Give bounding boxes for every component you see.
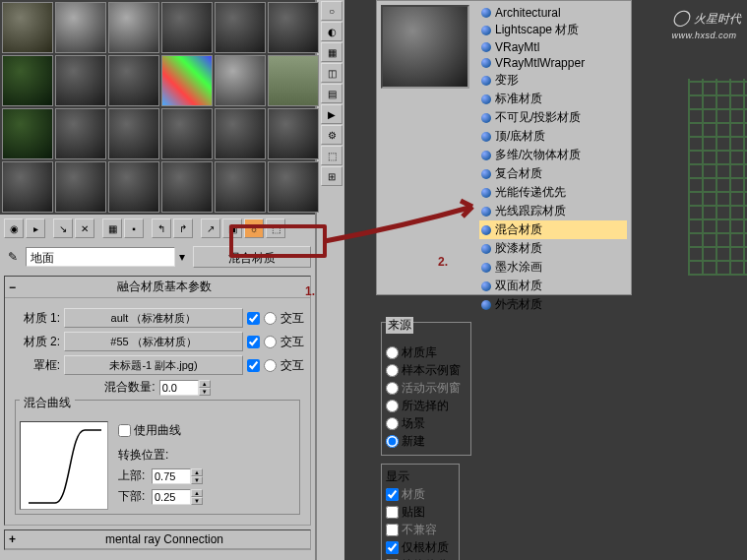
- sample-slot[interactable]: [268, 2, 319, 53]
- sample-slot[interactable]: [2, 161, 53, 213]
- sample-slot[interactable]: [161, 2, 213, 53]
- mask-enable-checkbox[interactable]: [247, 359, 260, 372]
- source-radio[interactable]: [386, 382, 399, 395]
- source-radio[interactable]: [386, 417, 399, 430]
- sample-slot[interactable]: [2, 2, 53, 53]
- material-list-item[interactable]: 变形: [479, 71, 627, 90]
- lower-input[interactable]: [152, 489, 191, 505]
- mix-amount-input[interactable]: [159, 380, 199, 396]
- spinner-up-icon[interactable]: ▲: [199, 380, 211, 388]
- material-browser-panel: ArchitecturalLightscape 材质VRayMtlVRayMtl…: [376, 0, 632, 295]
- sample-slot[interactable]: [215, 55, 266, 106]
- upper-input[interactable]: [152, 468, 191, 484]
- get-material-icon[interactable]: ◉: [4, 218, 24, 238]
- put-to-scene-icon[interactable]: ▸: [26, 218, 45, 238]
- eyedropper-icon[interactable]: ✎: [4, 250, 22, 264]
- mat2-enable-checkbox[interactable]: [247, 336, 260, 348]
- rollout-header[interactable]: − 融合材质基本参数: [5, 277, 310, 298]
- assign-to-selection-icon[interactable]: ↘: [53, 218, 73, 238]
- material-list-item[interactable]: 混合材质: [479, 220, 627, 239]
- options-icon[interactable]: ⚙: [321, 125, 342, 145]
- display-checkbox[interactable]: [386, 524, 399, 536]
- sample-slot[interactable]: [108, 161, 159, 213]
- source-radio[interactable]: [386, 364, 399, 377]
- source-group: 来源 材质库样本示例窗活动示例窗所选择的场景新建: [381, 322, 471, 456]
- spinner-up-icon[interactable]: ▲: [191, 468, 203, 476]
- sample-slot[interactable]: [108, 108, 159, 159]
- sample-slot[interactable]: [108, 2, 159, 53]
- spinner-up-icon[interactable]: ▲: [191, 489, 203, 497]
- mat1-interactive-radio[interactable]: [264, 312, 277, 325]
- sample-slot[interactable]: [55, 55, 106, 106]
- background-icon[interactable]: ▦: [321, 42, 342, 62]
- mask-slot-button[interactable]: 未标题-1 副本.jpg): [64, 355, 243, 375]
- sample-slot[interactable]: [268, 161, 319, 213]
- sample-slot[interactable]: [108, 55, 159, 106]
- material-list-item[interactable]: 双面材质: [479, 277, 627, 295]
- sample-slot[interactable]: [161, 108, 213, 159]
- material-list-item[interactable]: 外壳材质: [479, 295, 627, 314]
- material-name-input[interactable]: 地面: [26, 247, 175, 267]
- material-list-item[interactable]: Architectural: [479, 5, 627, 21]
- material-list-item[interactable]: 不可见/投影材质: [479, 108, 627, 127]
- mat1-slot-button[interactable]: ault （标准材质）: [64, 308, 243, 328]
- sample-slot[interactable]: [2, 55, 53, 106]
- sample-uv-icon[interactable]: ◫: [321, 63, 342, 83]
- source-radio[interactable]: [386, 400, 399, 412]
- display-checkbox[interactable]: [386, 541, 399, 554]
- sample-slot[interactable]: [215, 108, 266, 159]
- show-end-result-icon[interactable]: ▪: [124, 218, 144, 238]
- mat2-interactive-radio[interactable]: [264, 336, 277, 348]
- material-type-button[interactable]: 混合材质: [193, 246, 311, 268]
- rollout-header[interactable]: + mental ray Connection: [5, 530, 310, 549]
- display-checkbox[interactable]: [386, 506, 399, 519]
- material-list-item[interactable]: VRayMtlWrapper: [479, 55, 627, 71]
- material-list-item[interactable]: VRayMtl: [479, 39, 627, 55]
- material-list-item[interactable]: 墨水涂画: [479, 258, 627, 277]
- go-forward-icon[interactable]: ↱: [173, 218, 193, 238]
- material-options-icon[interactable]: ▣: [222, 218, 242, 238]
- material-list-item[interactable]: 复合材质: [479, 164, 627, 183]
- spinner-down-icon[interactable]: ▼: [191, 497, 203, 505]
- material-name: VRayMtlWrapper: [495, 56, 585, 70]
- mat2-slot-button[interactable]: #55 （标准材质）: [64, 332, 243, 351]
- select-by-material-icon[interactable]: ⬚: [321, 146, 342, 165]
- use-curve-checkbox[interactable]: [118, 424, 131, 437]
- backlight-icon[interactable]: ◐: [321, 22, 342, 41]
- sample-slot[interactable]: [55, 161, 106, 213]
- make-unique-icon[interactable]: ☼: [244, 218, 264, 238]
- source-radio[interactable]: [386, 435, 399, 448]
- sample-slot[interactable]: [215, 161, 266, 213]
- material-list-item[interactable]: 顶/底材质: [479, 127, 627, 146]
- sample-slot[interactable]: [55, 108, 106, 159]
- mask-interactive-radio[interactable]: [264, 359, 277, 372]
- material-list-item[interactable]: 光能传递优先: [479, 183, 627, 202]
- sample-type-icon[interactable]: ○: [321, 1, 342, 21]
- sample-slot[interactable]: [161, 55, 213, 106]
- sample-slot[interactable]: [2, 108, 53, 159]
- make-preview-icon[interactable]: ▶: [321, 104, 342, 124]
- material-list-item[interactable]: 光线跟踪材质: [479, 202, 627, 220]
- source-radio[interactable]: [386, 346, 399, 359]
- video-check-icon[interactable]: ▤: [321, 84, 342, 103]
- delete-icon[interactable]: ✕: [75, 218, 94, 238]
- sample-slot[interactable]: [268, 55, 319, 106]
- sample-slot[interactable]: [161, 161, 213, 213]
- select-by-material-icon[interactable]: ⬚: [266, 218, 285, 238]
- sample-slot[interactable]: [268, 108, 319, 159]
- display-checkbox[interactable]: [386, 488, 399, 501]
- sample-slot[interactable]: [215, 2, 266, 53]
- material-list-item[interactable]: 标准材质: [479, 90, 627, 108]
- spinner-down-icon[interactable]: ▼: [199, 388, 211, 396]
- show-map-icon[interactable]: ▦: [102, 218, 122, 238]
- material-map-navigator-icon[interactable]: ⊞: [321, 166, 342, 186]
- material-list-item[interactable]: 胶漆材质: [479, 239, 627, 258]
- mat1-enable-checkbox[interactable]: [247, 312, 260, 325]
- material-list-item[interactable]: Lightscape 材质: [479, 21, 627, 39]
- spinner-down-icon[interactable]: ▼: [191, 476, 203, 484]
- material-list-item[interactable]: 多维/次物体材质: [479, 146, 627, 164]
- go-parent-icon[interactable]: ↰: [152, 218, 171, 238]
- pick-material-icon[interactable]: ↗: [201, 218, 220, 238]
- sample-slot[interactable]: [55, 2, 106, 53]
- dropdown-arrow-icon[interactable]: ▾: [179, 250, 185, 264]
